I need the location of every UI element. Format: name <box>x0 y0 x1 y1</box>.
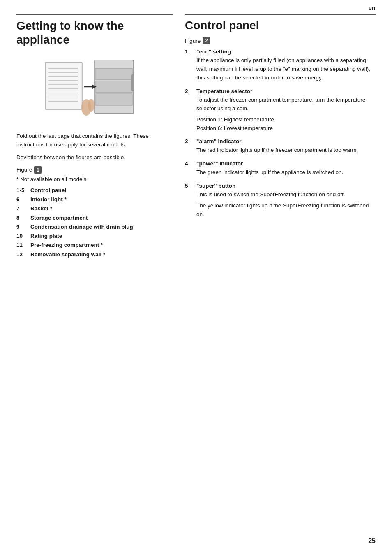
feature-item-4: 8 Storage compartment <box>16 214 173 222</box>
figure1-label: Figure 1 <box>16 166 173 174</box>
left-section-title: Getting to know the appliance <box>16 19 173 46</box>
feature-item-5: 9 Condensation drainage with drain plug <box>16 223 173 231</box>
cp-item-4: 4 "power" indicator The green indicator … <box>185 160 376 177</box>
cp-item-1: 1 "eco" setting If the appliance is only… <box>185 49 376 82</box>
figure2-label: Figure 2 <box>185 37 376 44</box>
cp-item-2: 2 Temperature selector To adjust the fre… <box>185 88 376 133</box>
two-col-layout: Getting to know the appliance <box>0 15 392 260</box>
cp-item-3-header: 3 "alarm" indicator <box>185 138 376 144</box>
svg-rect-15 <box>131 74 134 91</box>
top-bar: en <box>0 0 392 13</box>
feature-item-6: 10 Rating plate <box>16 232 173 240</box>
feature-item-7: 11 Pre-freezing compartment * <box>16 241 173 249</box>
appliance-svg <box>41 54 148 124</box>
appliance-illustration <box>41 54 148 124</box>
feature-item-1: 1-5 Control panel <box>16 186 173 195</box>
lang-label: en <box>368 4 376 11</box>
right-section-title: Control panel <box>185 19 376 32</box>
cp-item-1-header: 1 "eco" setting <box>185 49 376 55</box>
cp-item-2-desc: To adjust the freezer compartment temper… <box>196 96 376 113</box>
right-column: Control panel Figure 2 1 "eco" setting I… <box>185 15 376 260</box>
cp-item-5-sub1: The yellow indicator lights up if the Su… <box>196 202 376 219</box>
intro-text-2: Deviations between the figures are possi… <box>16 153 173 162</box>
svg-rect-13 <box>96 81 132 93</box>
cp-item-3-desc: The red indicator lights up if the freez… <box>196 146 376 155</box>
cp-item-5-header: 5 "super" button <box>185 183 376 189</box>
cp-item-4-desc: The green indicator lights up if the app… <box>196 168 376 177</box>
figure2-box: 2 <box>203 37 210 44</box>
cp-item-2-sub1: Position 1: Highest temperature <box>196 116 376 124</box>
figure1-box: 1 <box>34 166 42 174</box>
svg-point-19 <box>88 99 95 112</box>
cp-item-2-sub2: Position 6: Lowest temperature <box>196 124 376 133</box>
feature-list: 1-5 Control panel 6 Interior light * 7 B… <box>16 186 173 259</box>
svg-rect-14 <box>96 94 132 105</box>
cp-item-5-desc: This is used to switch the SuperFreezing… <box>196 190 376 199</box>
feature-item-2: 6 Interior light * <box>16 195 173 204</box>
feature-item-3: 7 Basket * <box>16 204 173 213</box>
page-number: 25 <box>368 537 376 545</box>
cp-item-4-header: 4 "power" indicator <box>185 160 376 167</box>
svg-rect-12 <box>96 68 132 80</box>
page: en Getting to know the appliance <box>0 0 392 557</box>
cp-item-1-desc: If the appliance is only partially fille… <box>196 56 376 82</box>
cp-item-3: 3 "alarm" indicator The red indicator li… <box>185 138 376 155</box>
cp-item-5: 5 "super" button This is used to switch … <box>185 183 376 219</box>
intro-text-1: Fold out the last page that contains the… <box>16 132 173 149</box>
note-text: * Not available on all models <box>16 176 173 182</box>
left-column: Getting to know the appliance <box>16 15 173 260</box>
svg-rect-1 <box>46 63 81 109</box>
feature-item-8: 12 Removable separating wall * <box>16 251 173 259</box>
cp-item-2-header: 2 Temperature selector <box>185 88 376 94</box>
